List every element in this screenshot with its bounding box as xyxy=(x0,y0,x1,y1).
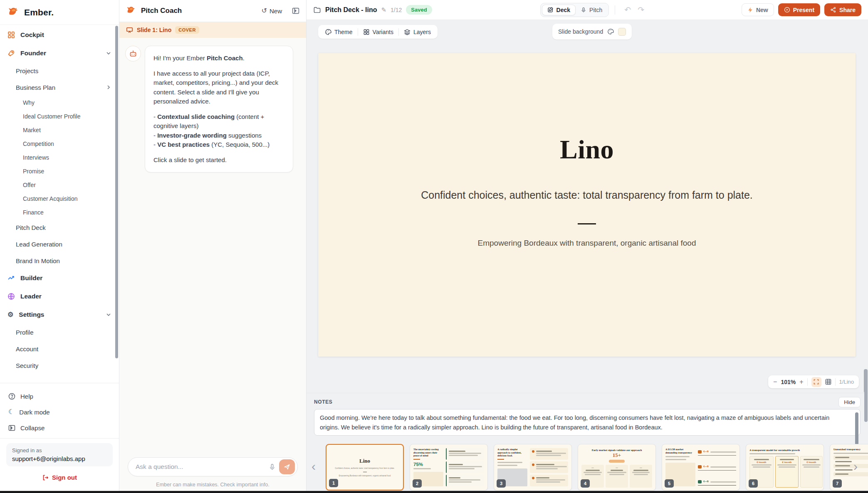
ask-question-input[interactable] xyxy=(136,463,269,471)
slide-thumbnail-7[interactable]: 7 Unmatched transparency — — — — — xyxy=(830,444,868,491)
collapse-coach-panel-icon[interactable] xyxy=(292,7,299,15)
sidebar-item-ideal-customer-profile[interactable]: Ideal Customer Profile xyxy=(0,109,119,123)
notes-label: NOTES xyxy=(314,399,332,405)
slide-number-badge: 2 xyxy=(413,479,422,488)
slide-number-badge: 1 xyxy=(329,479,338,487)
slide-thumbnail-2[interactable]: 2 The uncertainty costing discerning eat… xyxy=(410,444,488,491)
sidebar-item-leader[interactable]: Leader xyxy=(0,287,119,306)
sidebar: Ember. Cockpit Founder Projects Business… xyxy=(0,0,119,493)
notes-textarea[interactable]: Good morning. We're here today to talk a… xyxy=(314,409,861,436)
sidebar-item-interviews[interactable]: Interviews xyxy=(0,150,119,164)
canvas-toolbar: Theme Variants Layers Slide background xyxy=(307,20,868,40)
sidebar-item-promise[interactable]: Promise xyxy=(0,164,119,178)
coach-new-button[interactable]: ↺ New xyxy=(262,7,282,15)
slide-canvas[interactable]: Lino Confident choices, authentic taste:… xyxy=(318,53,856,357)
sidebar-scrollbar[interactable] xyxy=(115,26,118,358)
sidebar-item-offer[interactable]: Offer xyxy=(0,178,119,192)
saved-status-badge: Saved xyxy=(406,5,432,15)
sidebar-item-market[interactable]: Market xyxy=(0,123,119,137)
undo-button[interactable]: ↶ xyxy=(624,5,631,15)
deck-header: Pitch Deck - lino ✎ 1/12 Saved Deck Pitc… xyxy=(307,0,868,20)
coach-header: Pitch Coach ↺ New xyxy=(119,0,306,22)
sidebar-item-account[interactable]: Account xyxy=(0,340,119,357)
slide-page-indicator: 1/Lino xyxy=(839,379,854,385)
page-scrollbar[interactable] xyxy=(864,369,868,422)
mic-icon[interactable] xyxy=(269,463,276,471)
divider xyxy=(0,438,119,439)
sidebar-nav: Cockpit Founder Projects Business Plan W… xyxy=(0,26,119,374)
present-button[interactable]: Present xyxy=(778,3,820,16)
variants-button[interactable]: Variants xyxy=(358,29,398,35)
layers-button[interactable]: Layers xyxy=(399,29,436,35)
sidebar-item-settings[interactable]: ⚙ Settings xyxy=(0,306,119,324)
sidebar-item-builder[interactable]: Builder xyxy=(0,269,119,287)
sidebar-item-lead-generation[interactable]: Lead Generation xyxy=(0,236,119,252)
slide-subtitle[interactable]: Empowering Bordeaux with transparent, or… xyxy=(478,239,696,248)
slide-tagline[interactable]: Confident choices, authentic taste: tota… xyxy=(421,189,753,201)
sidebar-item-pitch-deck[interactable]: Pitch Deck xyxy=(0,219,119,236)
robot-avatar-icon xyxy=(125,46,141,62)
help-button[interactable]: Help xyxy=(0,388,119,404)
slide-background-control: Slide background xyxy=(552,24,632,39)
slide-sorter-grid-icon[interactable] xyxy=(825,379,831,385)
sign-out-icon xyxy=(42,474,49,481)
presentation-icon xyxy=(126,27,133,34)
deck-mode-tab[interactable]: Deck xyxy=(542,5,576,15)
background-color-swatch[interactable] xyxy=(618,28,626,36)
filmstrip-prev-button[interactable]: ‹ xyxy=(312,460,316,473)
trending-up-icon xyxy=(7,274,15,282)
page-count: 1/12 xyxy=(391,7,402,13)
sidebar-item-why[interactable]: Why xyxy=(0,96,119,109)
sidebar-item-founder[interactable]: Founder xyxy=(0,44,119,62)
sidebar-item-business-plan[interactable]: Business Plan xyxy=(0,79,119,96)
redo-button[interactable]: ↷ xyxy=(638,5,644,15)
message-greeting: Hi! I'm your Ember Pitch Coach. xyxy=(153,54,284,63)
slide-thumbnail-5[interactable]: 5 A $13.5B market demanding transparency… xyxy=(662,444,740,491)
pitch-mode-tab[interactable]: Pitch xyxy=(576,5,607,15)
slide-thumbnail-4[interactable]: 4 Early market signals validate our appr… xyxy=(578,444,656,491)
zoom-controls: − 101% + 1/Lino xyxy=(768,375,859,388)
zoom-in-button[interactable]: + xyxy=(799,379,803,385)
coach-slide-context-bar: Slide 1: Lino COVER xyxy=(119,22,306,38)
sidebar-item-security[interactable]: Security xyxy=(0,357,119,374)
sidebar-item-profile[interactable]: Profile xyxy=(0,324,119,340)
sidebar-item-cockpit[interactable]: Cockpit xyxy=(0,26,119,44)
sign-out-button[interactable]: Sign out xyxy=(0,474,119,481)
rename-pencil-icon[interactable]: ✎ xyxy=(381,7,386,13)
collapse-sidebar-button[interactable]: Collapse xyxy=(0,420,119,436)
send-button[interactable] xyxy=(279,459,295,474)
dark-mode-toggle[interactable]: ☾ Dark mode xyxy=(0,404,119,420)
slide-thumbnail-6[interactable]: 6 A transparent model for sustainable gr… xyxy=(746,444,824,491)
filmstrip-next-button[interactable]: › xyxy=(853,460,858,473)
fullscreen-button[interactable] xyxy=(811,377,821,387)
divider xyxy=(835,378,836,386)
thumbnail-content: Unmatched transparency — — — — — xyxy=(830,444,868,480)
sidebar-footer: Help ☾ Dark mode Collapse Signed in as s… xyxy=(0,383,119,436)
sidebar-item-projects[interactable]: Projects xyxy=(0,62,119,79)
app-brand: Ember. xyxy=(24,7,54,17)
slide-filmstrip: ‹ › 1 Lino Confident choices, authentic … xyxy=(307,439,868,491)
slide-thumbnail-1[interactable]: 1 Lino Confident choices, authentic tast… xyxy=(326,444,404,491)
coach-slide-context: Slide 1: Lino xyxy=(137,27,171,33)
ember-bird-icon xyxy=(7,6,20,19)
mic-icon xyxy=(581,7,586,13)
folder-icon xyxy=(313,6,321,14)
sidebar-item-brand-in-motion[interactable]: Brand In Motion xyxy=(0,252,119,269)
slide-number-badge: 3 xyxy=(497,479,506,488)
slide-title[interactable]: Lino xyxy=(560,134,614,165)
zoom-out-button[interactable]: − xyxy=(773,379,777,385)
coach-title: Pitch Coach xyxy=(141,7,257,15)
sidebar-item-finance[interactable]: Finance xyxy=(0,205,119,219)
theme-button[interactable]: Theme xyxy=(320,29,358,35)
globe-icon xyxy=(7,293,15,300)
zap-icon xyxy=(747,7,753,13)
new-deck-button[interactable]: New xyxy=(742,3,774,16)
slide-thumbnail-3[interactable]: 3 A radically simpler approach to confid… xyxy=(494,444,572,491)
share-button[interactable]: Share xyxy=(824,3,861,16)
message-intro: I have access to all your project data (… xyxy=(153,69,284,106)
sidebar-item-competition[interactable]: Competition xyxy=(0,137,119,150)
rocket-icon xyxy=(7,49,15,57)
hide-notes-button[interactable]: Hide xyxy=(838,397,861,407)
slide-type-badge: COVER xyxy=(175,26,199,34)
sidebar-item-customer-acquisition[interactable]: Customer Acquisition xyxy=(0,192,119,205)
